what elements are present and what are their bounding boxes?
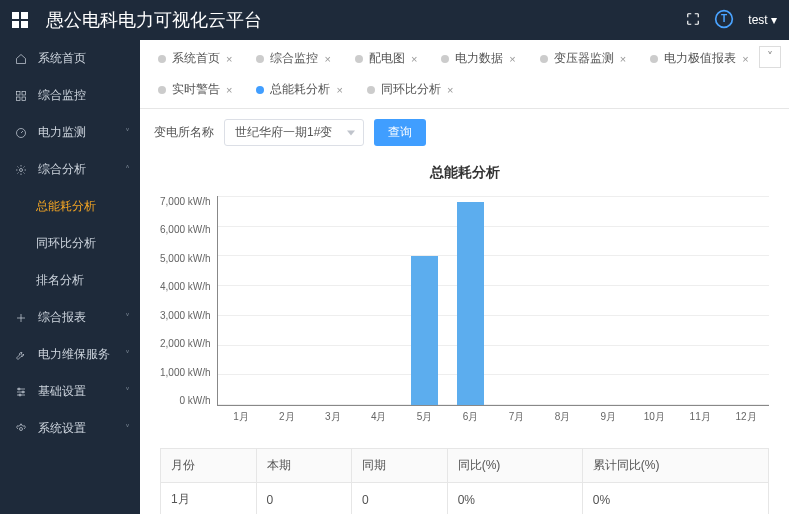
x-tick: 3月 [310, 406, 356, 424]
sidebar-item[interactable]: 基础设置˅ [0, 373, 140, 410]
sliders-icon [14, 385, 28, 399]
sidebar-item[interactable]: 电力维保服务˅ [0, 336, 140, 373]
bar-slot [585, 196, 631, 405]
table-header: 本期 [256, 449, 352, 483]
cog-icon [14, 422, 28, 436]
sidebar-item[interactable]: 电力监测˅ [0, 114, 140, 151]
plus-icon [14, 311, 28, 325]
tab-label: 配电图 [369, 50, 405, 67]
y-axis: 7,000 kW/h6,000 kW/h5,000 kW/h4,000 kW/h… [160, 196, 217, 406]
y-tick: 6,000 kW/h [160, 224, 211, 235]
chevron-icon: ˅ [125, 349, 130, 360]
tab[interactable]: 系统首页× [148, 46, 242, 71]
tab-dot-icon [540, 55, 548, 63]
tab[interactable]: 实时警告× [148, 77, 242, 102]
sidebar-item-label: 电力监测 [38, 124, 86, 141]
query-button[interactable]: 查询 [374, 119, 426, 146]
sidebar-item[interactable]: 综合监控 [0, 77, 140, 114]
station-select[interactable]: 世纪华府一期1#变 [224, 119, 364, 146]
close-icon[interactable]: × [336, 84, 342, 96]
close-icon[interactable]: × [226, 84, 232, 96]
sidebar-item[interactable]: 综合分析˄ [0, 151, 140, 188]
sidebar-item-label: 总能耗分析 [36, 198, 96, 215]
sidebar-item[interactable]: 系统设置˅ [0, 410, 140, 447]
table-header: 累计同比(%) [582, 449, 768, 483]
sidebar-item[interactable]: 系统首页 [0, 40, 140, 77]
bar[interactable] [411, 256, 439, 405]
tab-dot-icon [441, 55, 449, 63]
x-tick: 5月 [402, 406, 448, 424]
y-tick: 7,000 kW/h [160, 196, 211, 207]
x-tick: 11月 [677, 406, 723, 424]
sidebar-item-label: 电力维保服务 [38, 346, 110, 363]
close-icon[interactable]: × [620, 53, 626, 65]
table-header: 同比(%) [447, 449, 582, 483]
meter-icon [14, 126, 28, 140]
y-tick: 1,000 kW/h [160, 367, 211, 378]
tab[interactable]: 配电图× [345, 46, 427, 71]
sidebar-item[interactable]: 排名分析 [0, 262, 140, 299]
grid-icon [14, 89, 28, 103]
x-tick: 12月 [723, 406, 769, 424]
tab[interactable]: 总能耗分析× [246, 77, 352, 102]
svg-rect-5 [22, 97, 26, 101]
sidebar-item-label: 基础设置 [38, 383, 86, 400]
table-cell: 0 [256, 483, 352, 515]
tab-dot-icon [158, 55, 166, 63]
table-cell: 1月 [161, 483, 257, 515]
close-icon[interactable]: × [447, 84, 453, 96]
chart-title: 总能耗分析 [160, 164, 769, 182]
table-header: 同期 [352, 449, 448, 483]
svg-rect-3 [22, 91, 26, 95]
bar-slot [401, 196, 447, 405]
filter-bar: 变电所名称 世纪华府一期1#变 查询 [140, 109, 789, 156]
home-icon [14, 52, 28, 66]
bar-slot [264, 196, 310, 405]
sidebar-item[interactable]: 综合报表˅ [0, 299, 140, 336]
data-table: 月份本期同期同比(%)累计同比(%)1月000%0%2月000%0% [160, 448, 769, 514]
tab-label: 电力极值报表 [664, 50, 736, 67]
tab-label: 实时警告 [172, 81, 220, 98]
main-content: 系统首页×综合监控×配电图×电力数据×变压器监测×电力极值报表×实时警告×总能耗… [140, 40, 789, 514]
tab[interactable]: 同环比分析× [357, 77, 463, 102]
svg-rect-2 [17, 91, 21, 95]
close-icon[interactable]: × [324, 53, 330, 65]
apps-icon[interactable] [12, 12, 28, 28]
close-icon[interactable]: × [226, 53, 232, 65]
plot-area [217, 196, 769, 406]
close-icon[interactable]: × [411, 53, 417, 65]
gear-icon [14, 163, 28, 177]
user-menu[interactable]: test ▾ [748, 13, 777, 27]
y-tick: 0 kW/h [179, 395, 210, 406]
bar-slot [723, 196, 769, 405]
bar-slot [631, 196, 677, 405]
x-tick: 2月 [264, 406, 310, 424]
close-icon[interactable]: × [509, 53, 515, 65]
x-tick: 1月 [218, 406, 264, 424]
tab[interactable]: 电力数据× [431, 46, 525, 71]
sidebar-item-label: 系统首页 [38, 50, 86, 67]
x-tick: 10月 [631, 406, 677, 424]
chevron-icon: ˅ [125, 423, 130, 434]
sidebar-item-label: 排名分析 [36, 272, 84, 289]
tab-label: 变压器监测 [554, 50, 614, 67]
chevron-icon: ˅ [125, 386, 130, 397]
chevron-icon: ˅ [125, 312, 130, 323]
close-icon[interactable]: × [742, 53, 748, 65]
tab[interactable]: 变压器监测× [530, 46, 636, 71]
bar-slot [539, 196, 585, 405]
sidebar-item[interactable]: 总能耗分析 [0, 188, 140, 225]
bar[interactable] [457, 202, 485, 405]
x-tick: 8月 [539, 406, 585, 424]
tabs-more-button[interactable]: ˅ [759, 46, 781, 68]
bar-slot [677, 196, 723, 405]
svg-text:T: T [721, 13, 727, 24]
tab-label: 系统首页 [172, 50, 220, 67]
sidebar-item[interactable]: 同环比分析 [0, 225, 140, 262]
tab[interactable]: 电力极值报表× [640, 46, 758, 71]
y-tick: 2,000 kW/h [160, 338, 211, 349]
tab[interactable]: 综合监控× [246, 46, 340, 71]
svg-point-11 [20, 427, 23, 430]
fullscreen-icon[interactable] [686, 12, 700, 29]
tab-dot-icon [256, 86, 264, 94]
